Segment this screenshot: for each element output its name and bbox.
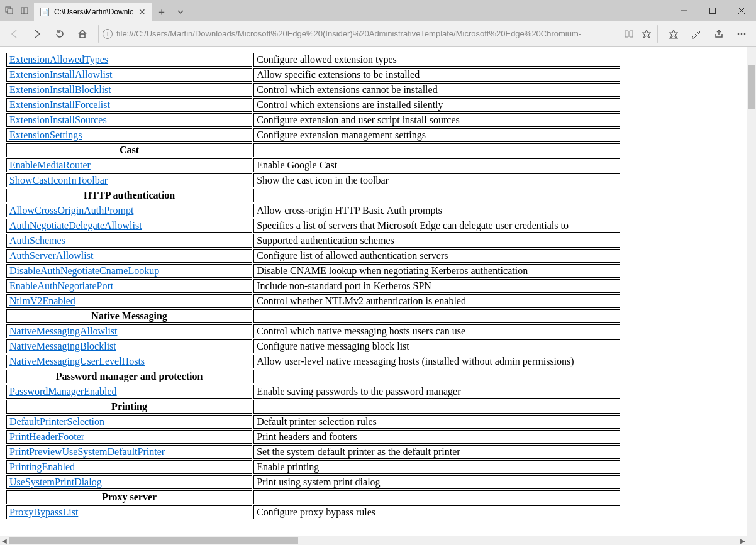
set-aside-tabs-icon[interactable] [20,6,29,15]
vertical-scroll-thumb[interactable] [748,65,755,109]
policy-link[interactable]: EnableMediaRouter [9,160,91,170]
policy-desc-cell: Configure allowed extension types [253,53,620,67]
policy-desc-cell: Control which extensions cannot be insta… [253,83,620,97]
refresh-button[interactable] [49,23,70,45]
share-button[interactable] [708,23,730,45]
reading-view-icon[interactable] [622,27,636,41]
home-button[interactable] [72,23,93,45]
policy-name-cell: NativeMessagingUserLevelHosts [6,355,252,368]
policy-link[interactable]: ShowCastIconInToolbar [9,175,108,185]
policy-link[interactable]: PrintingEnabled [9,461,75,472]
table-row: UseSystemPrintDialogPrint using system p… [6,475,620,489]
section-header: Printing [6,400,252,414]
favorites-button[interactable] [663,23,684,45]
page-content: ExtensionAllowedTypesConfigure allowed e… [0,47,747,526]
window-minimize-button[interactable] [669,0,698,21]
favorite-star-icon[interactable] [640,27,653,41]
horizontal-scrollbar[interactable]: ◀ ▶ [0,536,747,545]
policy-link[interactable]: AuthNegotiateDelegateAllowlist [9,220,142,231]
policy-name-cell: PrintingEnabled [6,460,252,474]
policy-desc-cell: Specifies a list of servers that Microso… [253,219,620,233]
policy-desc-cell: Include non-standard port in Kerberos SP… [253,279,620,293]
section-header-blank [253,309,620,323]
table-row: DefaultPrinterSelectionDefault printer s… [6,415,620,429]
policy-desc-cell: Configure extension management settings [253,128,620,142]
forward-button[interactable] [26,23,48,45]
table-row: ExtensionInstallSourcesConfigure extensi… [6,113,620,127]
policy-link[interactable]: AllowCrossOriginAuthPrompt [9,205,133,216]
notes-button[interactable] [686,23,707,45]
table-row: ProxyBypassListConfigure proxy bypass ru… [6,505,620,519]
policy-link[interactable]: ExtensionSettings [9,129,82,140]
policy-link[interactable]: ExtensionInstallSources [9,114,107,125]
policy-link[interactable]: PasswordManagerEnabled [9,386,117,397]
window-maximize-button[interactable] [698,0,727,21]
hscroll-left-arrow-icon[interactable]: ◀ [0,536,9,545]
policy-link[interactable]: NtlmV2Enabled [9,295,75,306]
policy-link[interactable]: ExtensionAllowedTypes [9,54,108,65]
section-header-blank [253,400,620,414]
policy-name-cell: ExtensionInstallSources [6,113,252,127]
scroll-corner [747,536,756,545]
horizontal-scroll-thumb[interactable] [9,537,298,544]
policy-link[interactable]: EnableAuthNegotiatePort [9,280,113,291]
policy-link[interactable]: UseSystemPrintDialog [9,476,102,487]
table-row: ExtensionInstallAllowlistAllow specific … [6,68,620,82]
site-info-icon[interactable]: i [103,29,113,39]
policy-link[interactable]: ExtensionInstallAllowlist [9,69,113,80]
policy-name-cell: ExtensionSettings [6,128,252,142]
svg-rect-2 [21,8,28,14]
browser-tab[interactable]: 📄 C:\Users\Martin\Downlo ✕ [34,3,152,21]
policy-link[interactable]: NativeMessagingUserLevelHosts [9,356,145,366]
policy-link[interactable]: AuthServerAllowlist [9,250,93,261]
hscroll-right-arrow-icon[interactable]: ▶ [738,536,747,545]
table-row: AuthServerAllowlistConfigure list of all… [6,249,620,263]
svg-marker-10 [669,30,678,38]
policy-link[interactable]: NativeMessagingAllowlist [9,326,118,336]
policy-name-cell: EnableMediaRouter [6,158,252,172]
policy-link[interactable]: DisableAuthNegotiateCnameLookup [9,265,159,276]
svg-rect-5 [710,8,716,14]
policy-link[interactable]: PrintHeaderFooter [9,431,84,442]
tab-menu-button[interactable] [171,3,190,21]
policy-desc-cell: Configure native messaging block list [253,339,620,353]
table-row: NativeMessagingUserLevelHostsAllow user-… [6,355,620,368]
vertical-scrollbar[interactable] [747,47,756,536]
table-row: ExtensionInstallForcelistControl which e… [6,98,620,112]
policy-link[interactable]: AuthSchemes [9,235,65,246]
table-row: NativeMessagingBlocklistConfigure native… [6,339,620,353]
policy-desc-cell: Set the system default printer as the de… [253,445,620,459]
policy-desc-cell: Disable CNAME lookup when negotiating Ke… [253,264,620,278]
policy-name-cell: DisableAuthNegotiateCnameLookup [6,264,252,278]
policy-name-cell: AuthServerAllowlist [6,249,252,263]
policy-link[interactable]: ExtensionInstallForcelist [9,99,110,110]
back-button[interactable] [4,23,25,45]
policy-link[interactable]: ProxyBypassList [9,507,78,517]
tab-close-icon[interactable]: ✕ [138,7,146,17]
policy-name-cell: NativeMessagingAllowlist [6,324,252,338]
policy-link[interactable]: ExtensionInstallBlocklist [9,84,111,95]
policy-desc-cell: Control which extensions are installed s… [253,98,620,112]
policy-link[interactable]: NativeMessagingBlocklist [9,341,116,351]
policy-desc-cell: Allow specific extensions to be installe… [253,68,620,82]
table-row: PrintPreviewUseSystemDefaultPrinterSet t… [6,445,620,459]
settings-menu-button[interactable] [731,23,752,45]
svg-point-13 [738,33,740,35]
policy-name-cell: ExtensionAllowedTypes [6,53,252,67]
policy-name-cell: ShowCastIconInToolbar [6,173,252,187]
browser-toolbar: i file:///C:/Users/Martin/Downloads/Micr… [0,21,756,47]
policy-desc-cell: Enable printing [253,460,620,474]
policy-desc-cell: Supported authentication schemes [253,234,620,248]
policy-desc-cell: Enable Google Cast [253,158,620,172]
tab-actions-icon[interactable] [5,6,14,15]
policy-name-cell: AuthSchemes [6,234,252,248]
policy-link[interactable]: PrintPreviewUseSystemDefaultPrinter [9,446,165,457]
table-row: AuthSchemesSupported authentication sche… [6,234,620,248]
section-header: Password manager and protection [6,370,252,383]
window-close-button[interactable] [727,0,756,21]
policy-link[interactable]: DefaultPrinterSelection [9,416,104,427]
new-tab-button[interactable]: ＋ [152,3,171,21]
table-row: PasswordManagerEnabledEnable saving pass… [6,385,620,399]
address-bar[interactable]: i file:///C:/Users/Martin/Downloads/Micr… [98,25,658,43]
section-header: Native Messaging [6,309,252,323]
